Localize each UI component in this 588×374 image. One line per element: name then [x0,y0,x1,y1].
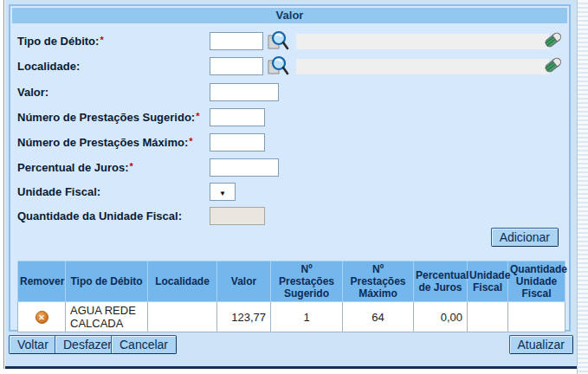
localidade-description-field [296,59,549,74]
panel-title: Valor [12,8,567,23]
label-text: Localidade: [17,60,80,73]
field-label-tipo-de-debito: Tipo de Débito:* [17,35,104,48]
items-table: Remover Tipo de Débito Localidade Valor … [17,261,565,332]
field-label-quantidade-unidade-fiscal: Quantidade da Unidade Fiscal: [17,210,183,222]
table-header-row: Remover Tipo de Débito Localidade Valor … [18,261,565,302]
label-text: Número de Prestações Sugerido: [17,111,195,124]
x-glyph: ✕ [38,313,45,322]
cell-unidade-fiscal [468,302,508,332]
label-text: Percentual de Juros: [17,161,129,174]
cancelar-button[interactable]: Cancelar [111,335,177,354]
form-row-prestacoes-sugerido: Número de Prestações Sugerido:* [10,108,569,129]
header-valor: Valor [217,261,271,302]
header-prestacoes-maximo: Nº Prestações Máximo [343,261,414,302]
bottom-divider [5,366,577,369]
header-prestacoes-sugerido: Nº Prestações Sugerido [271,261,343,302]
percentual-juros-input[interactable] [210,158,279,177]
form-row-tipo-de-debito: Tipo de Débito:* [10,32,569,53]
required-asterisk: * [189,136,192,146]
adicionar-button[interactable]: Adicionar [491,228,559,247]
prestacoes-sugerido-input[interactable] [210,108,265,126]
form-row-prestacoes-maximo: Número de Prestações Máximo:* [10,133,569,154]
label-text: Número de Prestações Máximo: [17,136,188,149]
header-unidade-fiscal: Unidade Fiscal [468,261,508,302]
form-row-quantidade-unidade-fiscal: Quantidade da Unidade Fiscal: [10,207,569,228]
form-row-unidade-fiscal: Unidade Fiscal: ▼ [10,183,569,203]
required-asterisk: * [130,161,133,171]
unidade-fiscal-select[interactable]: ▼ [210,183,236,201]
vertical-scrollbar[interactable] [577,0,588,374]
cell-prestacoes-maximo: 64 [343,302,414,332]
table-row: ✕ AGUA REDE CALCADA 123,77 1 64 0,00 [18,302,565,332]
footer-button-bar: Voltar Desfazer Cancelar Atualizar [5,335,577,356]
valor-input[interactable] [210,83,279,101]
magnifier-icon[interactable] [267,55,289,78]
header-tipo-debito: Tipo de Débito [66,261,148,302]
header-quantidade-unidade-fiscal: Quantidade Unidade Fiscal [508,261,565,302]
remove-cell: ✕ [18,302,66,332]
eraser-icon[interactable] [543,55,562,74]
atualizar-button[interactable]: Atualizar [509,335,573,354]
valor-panel: Valor Tipo de Débito:* Localidade: [9,4,571,332]
localidade-code-input[interactable] [210,57,263,75]
cell-localidade [148,302,217,332]
cell-percentual-juros: 0,00 [414,302,468,332]
frame-border [3,0,4,369]
form-row-percentual-juros: Percentual de Juros:* [10,158,569,179]
field-label-valor: Valor: [17,86,49,99]
required-asterisk: * [100,35,103,45]
cell-tipo-debito: AGUA REDE CALCADA [66,302,148,332]
field-label-localidade: Localidade: [17,60,81,73]
cell-prestacoes-sugerido: 1 [271,302,343,332]
header-localidade: Localidade [148,261,217,302]
label-text: Quantidade da Unidade Fiscal: [17,210,182,222]
header-remover: Remover [18,261,66,302]
field-label-percentual-juros: Percentual de Juros:* [17,161,133,174]
page: Valor Tipo de Débito:* Localidade: [0,0,588,374]
voltar-button[interactable]: Voltar [9,335,57,354]
cell-valor: 123,77 [217,302,271,332]
form-row-valor: Valor: [10,83,569,104]
form-row-localidade: Localidade: [10,57,569,78]
magnifier-icon[interactable] [267,30,289,53]
field-label-prestacoes-maximo: Número de Prestações Máximo:* [17,136,193,149]
prestacoes-maximo-input[interactable] [210,133,265,152]
quantidade-unidade-fiscal-input [210,207,265,225]
required-asterisk: * [196,111,199,121]
label-text: Unidade Fiscal: [17,185,100,198]
field-label-unidade-fiscal: Unidade Fiscal: [17,185,101,198]
chevron-down-icon: ▼ [219,190,226,197]
content-area: Valor Tipo de Débito:* Localidade: [5,0,577,369]
field-label-prestacoes-sugerido: Número de Prestações Sugerido:* [17,111,199,124]
header-percentual-juros: Percentual de Juros [414,261,468,302]
label-text: Valor: [17,86,48,99]
tipo-de-debito-description-field [296,34,549,49]
label-text: Tipo de Débito: [17,35,99,48]
tipo-de-debito-code-input[interactable] [210,32,263,50]
eraser-icon[interactable] [543,30,562,49]
remove-icon[interactable]: ✕ [36,311,48,324]
cell-quantidade-unidade-fiscal [508,302,565,332]
